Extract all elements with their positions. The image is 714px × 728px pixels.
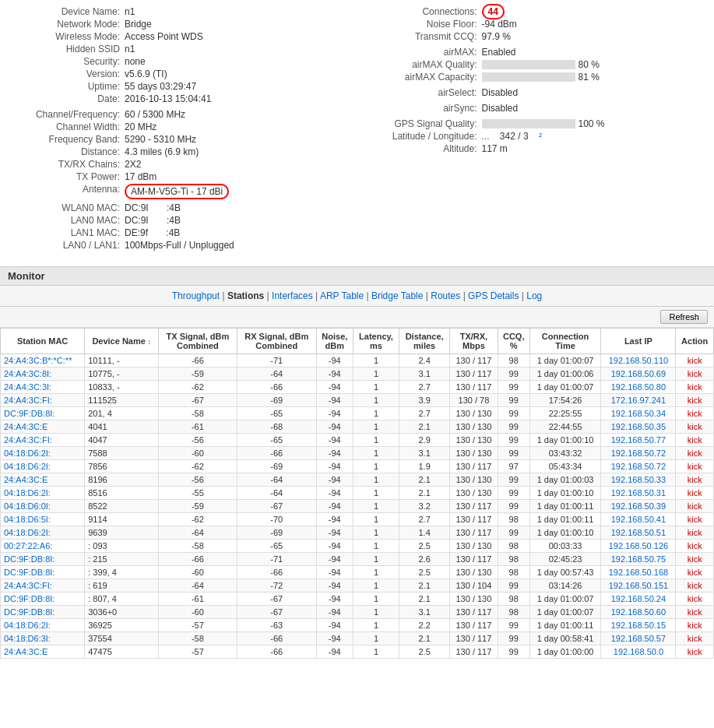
kick-link[interactable]: kick	[688, 634, 702, 643]
ip-link[interactable]: 192.168.50.69	[611, 369, 666, 378]
mac-link[interactable]: 24:A4:3C:B*:*C:**	[4, 356, 72, 365]
cell-conn-time: 1 day 01:00:06	[529, 368, 601, 381]
mac-link[interactable]: DC:9F:DB:8I:	[4, 409, 55, 418]
ip-link[interactable]: 192.168.50.39	[611, 501, 666, 511]
network-mode-row: Network Mode: Bridge	[16, 19, 342, 30]
ip-link[interactable]: 192.168.50.35	[611, 422, 666, 431]
ip-link[interactable]: 192.168.50.126	[609, 541, 668, 550]
mac-link[interactable]: 24:A4:3C:3I:	[4, 382, 51, 392]
kick-link[interactable]: kick	[688, 382, 702, 392]
ip-link[interactable]: 192.168.50.51	[611, 528, 666, 537]
ip-link[interactable]: 192.168.50.168	[609, 568, 668, 577]
nav-stations[interactable]: Stations	[227, 290, 264, 301]
nav-log[interactable]: Log	[526, 290, 542, 301]
ip-link[interactable]: 192.168.50.34	[611, 409, 666, 418]
nav-bridge-table[interactable]: Bridge Table	[371, 290, 424, 301]
kick-link[interactable]: kick	[688, 422, 702, 431]
mac-link[interactable]: 04:18:D6:3I:	[4, 634, 51, 643]
kick-link[interactable]: kick	[688, 621, 702, 630]
mac-link[interactable]: 04:18:D6:2I:	[4, 528, 51, 537]
table-row: 24:A4:3C:FI: 4047 -56 -65 -94 1 2.9 130 …	[1, 434, 714, 447]
ip-link[interactable]: 192.168.50.80	[611, 382, 666, 392]
cell-rx: -69	[237, 394, 316, 407]
ip-link[interactable]: 192.168.50.72	[611, 462, 666, 471]
kick-link[interactable]: kick	[688, 356, 702, 365]
mac-link[interactable]: 04:18:D6:0I:	[4, 501, 51, 511]
mac-link[interactable]: 24:A4:3C:E	[4, 647, 47, 656]
airmax-quality-row: airMAX Quality: 80 %	[373, 59, 699, 70]
cell-mac: 04:18:D6:2I:	[1, 447, 85, 460]
airmax-capacity-label: airMAX Capacity:	[373, 72, 482, 83]
mac-link[interactable]: 24:A4:3C:E	[4, 475, 47, 484]
kick-link[interactable]: kick	[688, 462, 702, 471]
ip-link[interactable]: 192.168.50.24	[611, 594, 666, 603]
kick-link[interactable]: kick	[688, 607, 702, 617]
nav-throughput[interactable]: Throughput	[172, 290, 220, 301]
cell-conn-time: 1 day 01:00:11	[529, 500, 601, 513]
kick-link[interactable]: kick	[688, 541, 702, 550]
kick-link[interactable]: kick	[688, 448, 702, 458]
mac-link[interactable]: 04:18:D6:2I:	[4, 621, 51, 630]
mac-link[interactable]: 04:18:D6:2I:	[4, 462, 51, 471]
nav-bar: Throughput | Stations | Interfaces | ARP…	[0, 286, 714, 307]
cell-rx: -65	[237, 434, 316, 447]
nav-arp-table[interactable]: ARP Table	[320, 290, 364, 301]
mac-link[interactable]: 04:18:D6:5I:	[4, 515, 51, 524]
kick-link[interactable]: kick	[688, 369, 702, 378]
mac-link[interactable]: 24:A4:3C:8I:	[4, 369, 51, 378]
kick-link[interactable]: kick	[688, 581, 702, 590]
ip-link[interactable]: 192.168.50.60	[611, 607, 666, 617]
ip-link[interactable]: 192.168.50.151	[609, 581, 668, 590]
ip-link[interactable]: 192.168.50.33	[611, 475, 666, 484]
kick-link[interactable]: kick	[688, 647, 702, 656]
date-value: 2016-10-13 15:04:41	[125, 93, 211, 104]
kick-link[interactable]: kick	[688, 435, 702, 445]
cell-last-ip: 192.168.50.77	[601, 434, 676, 447]
cell-distance: 2.1	[399, 473, 450, 487]
ip-link[interactable]: 192.168.50.72	[611, 448, 666, 458]
ip-link[interactable]: 192.168.50.57	[611, 634, 666, 643]
ip-link[interactable]: 192.168.50.31	[611, 488, 666, 498]
mac-link[interactable]: 24:A4:3C:FI:	[4, 581, 52, 590]
col-device-name[interactable]: Device Name	[85, 329, 159, 354]
mac-link[interactable]: 24:A4:3C:FI:	[4, 396, 52, 405]
cell-conn-time: 1 day 01:00:00	[529, 645, 601, 659]
ip-link[interactable]: 192.168.50.41	[611, 515, 666, 524]
kick-link[interactable]: kick	[688, 515, 702, 524]
kick-link[interactable]: kick	[688, 554, 702, 564]
mac-link[interactable]: 04:18:D6:2I:	[4, 488, 51, 498]
kick-link[interactable]: kick	[688, 475, 702, 484]
cell-distance: 2.6	[399, 553, 450, 566]
mac-link[interactable]: DC:9F:DB:8I:	[4, 554, 55, 564]
nav-gps-details[interactable]: GPS Details	[468, 290, 519, 301]
cell-action: kick	[676, 420, 714, 434]
mac-link[interactable]: 00:27:22:A6:	[4, 541, 52, 550]
mac-link[interactable]: 24:A4:3C:FI:	[4, 435, 52, 445]
kick-link[interactable]: kick	[688, 528, 702, 537]
cell-distance: 2.7	[399, 381, 450, 394]
nav-routes[interactable]: Routes	[431, 290, 460, 301]
kick-link[interactable]: kick	[688, 488, 702, 498]
mac-link[interactable]: 04:18:D6:2I:	[4, 448, 51, 458]
cell-last-ip: 192.168.50.110	[601, 354, 676, 368]
ip-link[interactable]: 192.168.50.77	[611, 435, 666, 445]
mac-link[interactable]: 24:A4:3C:E	[4, 422, 47, 431]
ip-link[interactable]: 192.168.50.110	[609, 356, 668, 365]
kick-link[interactable]: kick	[688, 501, 702, 511]
ip-link[interactable]: 192.168.50.0	[614, 647, 663, 656]
lat-lon-link2[interactable]: ²	[539, 131, 542, 142]
mac-link[interactable]: DC:9F:DB:8I:	[4, 568, 55, 577]
refresh-button[interactable]: Refresh	[660, 310, 708, 324]
ip-link[interactable]: 192.168.50.15	[611, 621, 666, 630]
nav-interfaces[interactable]: Interfaces	[272, 290, 313, 301]
kick-link[interactable]: kick	[688, 568, 702, 577]
mac-link[interactable]: DC:9F:DB:8I:	[4, 607, 55, 617]
kick-link[interactable]: kick	[688, 396, 702, 405]
mac-link[interactable]: DC:9F:DB:8I:	[4, 594, 55, 603]
cell-ccq: 98	[498, 553, 529, 566]
kick-link[interactable]: kick	[688, 594, 702, 603]
ip-link[interactable]: 192.168.50.75	[611, 554, 666, 564]
lat-lon-link1[interactable]: ...	[482, 131, 490, 142]
ip-link[interactable]: 172.16.97.241	[611, 396, 666, 405]
kick-link[interactable]: kick	[688, 409, 702, 418]
